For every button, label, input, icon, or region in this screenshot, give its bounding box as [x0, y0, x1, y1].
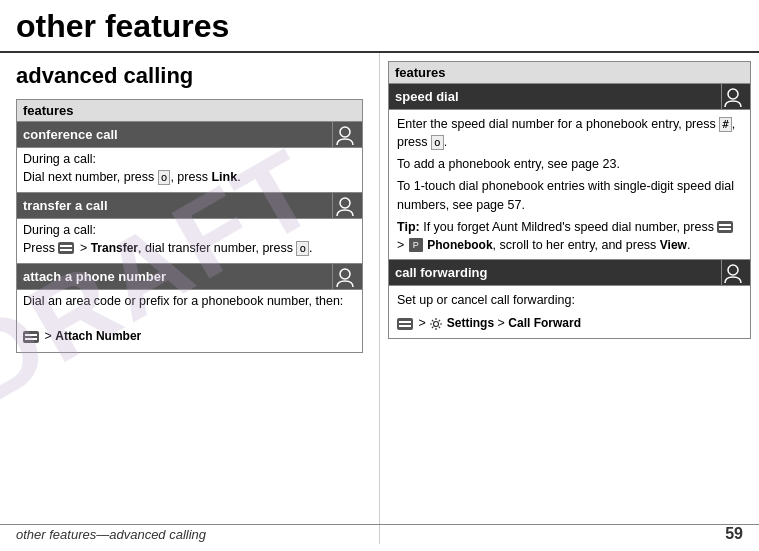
person-icon-forward: [722, 263, 744, 285]
svg-point-2: [340, 269, 350, 279]
attach-number-menu: Attach Number: [55, 329, 141, 343]
call-forwarding-icon-cell: [722, 260, 751, 286]
call-forwarding-label: call forwarding: [389, 260, 722, 286]
page-title: other features: [16, 8, 743, 45]
view-menu: View: [660, 238, 687, 252]
settings-menu: Settings: [447, 316, 494, 330]
page-footer: other features—advanced calling 59: [0, 524, 759, 543]
phonebook-icon: P: [409, 238, 423, 252]
transfer-call-content: During a call: Press > Transfer, dial tr…: [17, 219, 363, 264]
section-title: advanced calling: [16, 63, 363, 89]
key-o: o: [158, 170, 171, 185]
right-column: features speed dial Enter the speed dial…: [380, 53, 759, 544]
attach-phone-content: Dial an area code or prefix for a phoneb…: [17, 290, 363, 353]
speed-dial-content: Enter the speed dial number for a phoneb…: [389, 110, 751, 260]
menu-icon-1: [58, 242, 74, 254]
transfer-call-text: During a call: Press > Transfer, dial tr…: [17, 219, 363, 264]
transfer-call-header: transfer a call: [17, 193, 363, 219]
key-o-3: o: [431, 135, 444, 150]
speed-dial-content-row: Enter the speed dial number for a phoneb…: [389, 110, 751, 260]
table-header-cell: features: [17, 100, 363, 122]
svg-point-4: [728, 265, 738, 275]
tip-label: Tip:: [397, 220, 420, 234]
left-column: advanced calling features conference cal…: [0, 53, 380, 544]
settings-icon-wrapper: [429, 317, 443, 331]
attach-phone-label: attach a phone number: [17, 264, 333, 290]
page-header: other features: [0, 0, 759, 53]
menu-icon-4: [397, 318, 413, 330]
call-forwarding-content-row: Set up or cancel call forwarding: > Sett…: [389, 286, 751, 339]
svg-point-1: [340, 198, 350, 208]
menu-icon-2: [23, 331, 39, 343]
attach-phone-icon-cell: [333, 264, 363, 290]
svg-point-0: [340, 127, 350, 137]
right-header-cell: features: [389, 62, 751, 84]
call-forwarding-name-row: call forwarding: [389, 260, 751, 286]
conference-call-label: conference call: [17, 122, 333, 148]
left-feature-table: features conference call During a call: …: [16, 99, 363, 353]
call-forward-menu: Call Forward: [508, 316, 581, 330]
transfer-menu: Transfer: [91, 241, 138, 255]
speed-dial-icon-cell: [722, 84, 751, 110]
person-icon-speed: [722, 87, 744, 109]
page-number: 59: [725, 525, 743, 543]
call-forwarding-content: Set up or cancel call forwarding: > Sett…: [389, 286, 751, 339]
right-header-row: features: [389, 62, 751, 84]
main-content: advanced calling features conference cal…: [0, 53, 759, 544]
table-header-row: features: [17, 100, 363, 122]
speed-dial-label: speed dial: [389, 84, 722, 110]
key-hash: #: [719, 117, 732, 132]
person-icon-3: [334, 267, 356, 289]
conference-call-header: conference call: [17, 122, 363, 148]
link-bold: Link: [211, 170, 237, 184]
svg-point-3: [728, 89, 738, 99]
right-feature-table: features speed dial Enter the speed dial…: [388, 61, 751, 339]
footer-left-text: other features—advanced calling: [16, 527, 206, 542]
person-icon-2: [334, 196, 356, 218]
key-o-2: o: [296, 241, 309, 256]
gear-icon: [429, 317, 443, 331]
attach-phone-text: Dial an area code or prefix for a phoneb…: [17, 290, 363, 353]
conference-call-text: During a call: Dial next number, press o…: [17, 148, 363, 193]
phonebook-menu: Phonebook: [427, 238, 492, 252]
conference-call-icon-cell: [333, 122, 363, 148]
person-icon: [334, 125, 356, 147]
right-col-wrapper: features speed dial Enter the speed dial…: [380, 53, 759, 339]
svg-point-5: [434, 321, 439, 326]
conference-call-content: During a call: Dial next number, press o…: [17, 148, 363, 193]
speed-dial-name-row: speed dial: [389, 84, 751, 110]
transfer-call-icon-cell: [333, 193, 363, 219]
transfer-call-label: transfer a call: [17, 193, 333, 219]
attach-phone-header: attach a phone number: [17, 264, 363, 290]
menu-icon-3: [717, 221, 733, 233]
